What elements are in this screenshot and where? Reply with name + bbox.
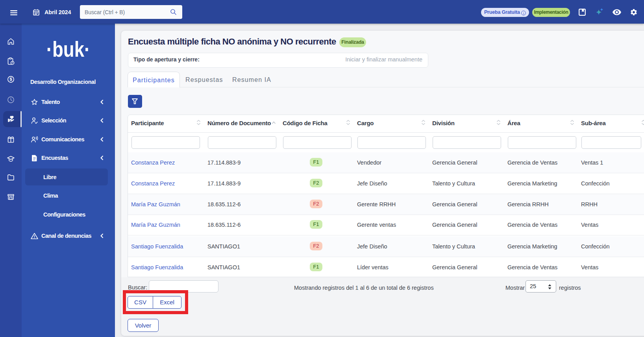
svg-text:$: $ xyxy=(9,77,12,81)
